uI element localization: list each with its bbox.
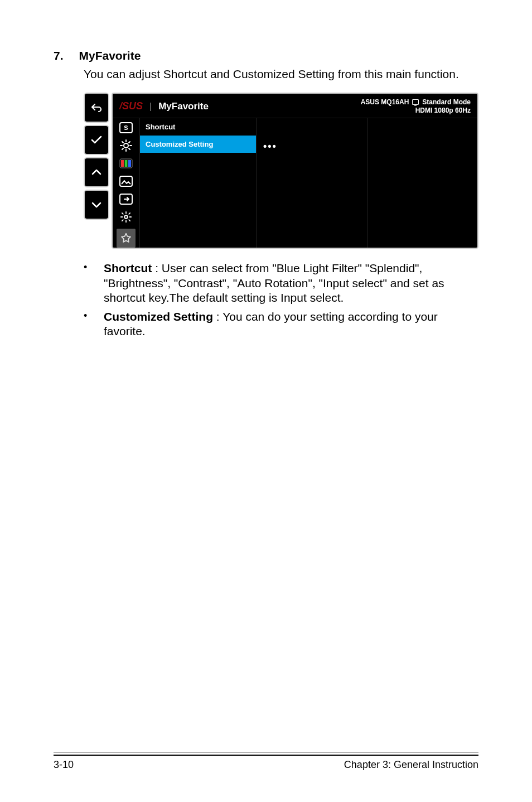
input-icon[interactable] bbox=[119, 193, 133, 205]
svg-line-7 bbox=[122, 142, 123, 143]
header-divider: | bbox=[149, 102, 152, 112]
back-icon bbox=[90, 101, 103, 114]
monitor-icon bbox=[412, 99, 419, 105]
osd-header-right: ASUS MQ16AH Standard Mode HDMI 1080p 60H… bbox=[361, 98, 471, 114]
list-item: • Shortcut : User can select from "Blue … bbox=[84, 261, 478, 305]
osd-sub-column: ••• bbox=[257, 118, 367, 248]
osd-title: MyFavorite bbox=[158, 101, 209, 112]
section-description: You can adjust Shortcut and Customized S… bbox=[84, 67, 478, 81]
osd-panel: /SUS | MyFavorite ASUS MQ16AH Standard M… bbox=[112, 93, 478, 249]
chevron-down-icon bbox=[90, 198, 103, 211]
svg-line-8 bbox=[129, 148, 130, 149]
bullet-text: Shortcut : User can select from "Blue Li… bbox=[104, 261, 478, 305]
svg-point-2 bbox=[124, 143, 128, 148]
page-footer: 3-10 Chapter 3: General Instruction bbox=[54, 755, 478, 771]
svg-text:S: S bbox=[124, 124, 128, 131]
svg-point-17 bbox=[124, 215, 128, 219]
up-button[interactable] bbox=[84, 157, 109, 187]
bullet-lead: Shortcut bbox=[104, 262, 152, 274]
ok-button[interactable] bbox=[84, 125, 109, 155]
section-number: 7. bbox=[54, 49, 64, 62]
bullet-list: • Shortcut : User can select from "Blue … bbox=[84, 261, 478, 339]
bullet-marker: • bbox=[84, 310, 104, 339]
down-button[interactable] bbox=[84, 190, 109, 220]
color-icon[interactable] bbox=[119, 157, 133, 170]
list-item: • Customized Setting : You can do your s… bbox=[84, 310, 478, 339]
osd-nav-column bbox=[84, 93, 109, 249]
osd-menu-column: Shortcut Customized Setting bbox=[139, 118, 257, 248]
mode-label: Standard Mode bbox=[422, 98, 471, 106]
favorite-icon[interactable] bbox=[117, 229, 136, 248]
image-icon[interactable] bbox=[119, 175, 133, 187]
chevron-up-icon bbox=[90, 166, 103, 179]
svg-line-10 bbox=[129, 142, 130, 143]
settings-icon[interactable] bbox=[119, 211, 133, 223]
osd-detail-column bbox=[367, 118, 478, 248]
bullet-marker: • bbox=[84, 261, 104, 305]
bullet-text: Customized Setting : You can do your set… bbox=[104, 310, 478, 339]
more-indicator: ••• bbox=[257, 135, 367, 158]
svg-rect-14 bbox=[128, 160, 131, 167]
model-label: ASUS MQ16AH bbox=[361, 98, 409, 106]
bullet-rest: : User can select from "Blue Light Filte… bbox=[104, 262, 444, 304]
svg-rect-13 bbox=[125, 160, 128, 167]
splendid-icon[interactable]: S bbox=[119, 122, 133, 134]
page-number: 3-10 bbox=[54, 759, 74, 771]
osd-header: /SUS | MyFavorite ASUS MQ16AH Standard M… bbox=[113, 94, 477, 118]
asus-logo: /SUS bbox=[119, 100, 143, 112]
bullet-lead: Customized Setting bbox=[104, 310, 213, 323]
brightness-icon[interactable] bbox=[119, 139, 133, 152]
menu-item-customized-setting[interactable]: Customized Setting bbox=[140, 136, 256, 153]
check-icon bbox=[90, 133, 103, 147]
osd-screenshot: /SUS | MyFavorite ASUS MQ16AH Standard M… bbox=[84, 93, 478, 249]
menu-item-shortcut[interactable]: Shortcut bbox=[140, 118, 256, 136]
svg-rect-15 bbox=[120, 176, 132, 186]
svg-line-9 bbox=[122, 148, 123, 149]
signal-label: HDMI 1080p 60Hz bbox=[361, 107, 471, 114]
section-title: MyFavorite bbox=[79, 49, 141, 62]
svg-rect-12 bbox=[121, 160, 124, 167]
back-button[interactable] bbox=[84, 93, 109, 123]
osd-category-column: S bbox=[113, 118, 139, 248]
chapter-label: Chapter 3: General Instruction bbox=[344, 759, 478, 771]
